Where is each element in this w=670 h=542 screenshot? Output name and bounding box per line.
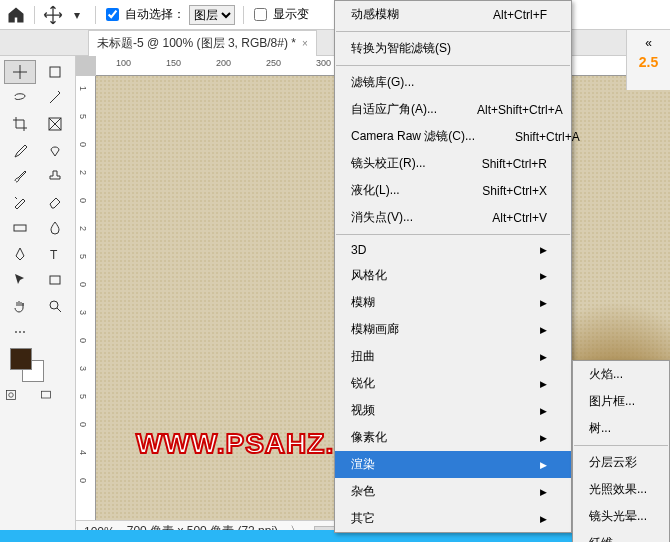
ruler-tick: 5: [78, 254, 88, 259]
menu-item-label: 扭曲: [351, 348, 375, 365]
menu-item[interactable]: 像素化▶: [335, 424, 571, 451]
menu-item[interactable]: 渲染▶: [335, 451, 571, 478]
menu-item[interactable]: 镜头校正(R)...Shift+Ctrl+R: [335, 150, 571, 177]
menu-item[interactable]: 其它▶: [335, 505, 571, 532]
auto-select-checkbox[interactable]: [106, 8, 119, 21]
svg-rect-2: [14, 225, 26, 231]
expand-icon[interactable]: «: [645, 36, 652, 50]
menu-item-label: 像素化: [351, 429, 387, 446]
menu-item[interactable]: 3D▶: [335, 238, 571, 262]
healing-tool[interactable]: [39, 138, 71, 162]
menu-item[interactable]: 扭曲▶: [335, 343, 571, 370]
tab-title: 未标题-5 @ 100% (图层 3, RGB/8#) *: [97, 35, 296, 52]
move-tool[interactable]: [4, 60, 36, 84]
submenu-arrow-icon: ▶: [540, 487, 547, 497]
menu-shortcut: Alt+Ctrl+V: [492, 211, 547, 225]
artboard-tool[interactable]: [39, 60, 71, 84]
menu-item[interactable]: Camera Raw 滤镜(C)...Shift+Ctrl+A: [335, 123, 571, 150]
menu-item[interactable]: 镜头光晕...: [573, 503, 669, 530]
wand-tool[interactable]: [39, 86, 71, 110]
lasso-tool[interactable]: [4, 86, 36, 110]
menu-item[interactable]: 风格化▶: [335, 262, 571, 289]
menu-item[interactable]: 自适应广角(A)...Alt+Shift+Ctrl+A: [335, 96, 571, 123]
svg-text:T: T: [50, 248, 58, 262]
eyedropper-tool[interactable]: [4, 138, 36, 162]
show-transform-checkbox[interactable]: [254, 8, 267, 21]
foreground-color[interactable]: [10, 348, 32, 370]
menu-item[interactable]: 光照效果...: [573, 476, 669, 503]
move-icon[interactable]: [43, 5, 63, 25]
menu-item[interactable]: 分层云彩: [573, 449, 669, 476]
menu-item[interactable]: 模糊画廊▶: [335, 316, 571, 343]
separator: [34, 6, 35, 24]
rectangle-tool[interactable]: [39, 268, 71, 292]
pen-tool[interactable]: [4, 242, 36, 266]
close-icon[interactable]: ×: [302, 38, 308, 49]
menu-item[interactable]: 液化(L)...Shift+Ctrl+X: [335, 177, 571, 204]
eraser-tool[interactable]: [39, 190, 71, 214]
ellipsis-icon[interactable]: ⋯: [4, 320, 36, 344]
menu-item-label: 动感模糊: [351, 6, 399, 23]
stamp-tool[interactable]: [39, 164, 71, 188]
ruler-tick: 200: [216, 58, 231, 68]
menu-item-label: 滤镜库(G)...: [351, 74, 414, 91]
document-tab[interactable]: 未标题-5 @ 100% (图层 3, RGB/8#) * ×: [88, 30, 317, 56]
ruler-tick: 5: [78, 394, 88, 399]
menu-item[interactable]: 转换为智能滤镜(S): [335, 35, 571, 62]
svg-rect-8: [41, 391, 50, 398]
render-submenu: 火焰...图片框...树...分层云彩光照效果...镜头光晕...纤维...云彩: [572, 360, 670, 542]
menu-item-label: 模糊画廊: [351, 321, 399, 338]
type-tool[interactable]: T: [39, 242, 71, 266]
menu-item-label: 树...: [589, 420, 611, 437]
path-select-tool[interactable]: [4, 268, 36, 292]
home-icon[interactable]: [6, 5, 26, 25]
menu-item-label: 镜头光晕...: [589, 508, 647, 525]
zoom-tool[interactable]: [39, 294, 71, 318]
submenu-arrow-icon: ▶: [540, 460, 547, 470]
ruler-tick: 3: [78, 366, 88, 371]
ruler-tick: 0: [78, 422, 88, 427]
menu-item-label: 液化(L)...: [351, 182, 400, 199]
menu-item[interactable]: 锐化▶: [335, 370, 571, 397]
menu-item[interactable]: 火焰...: [573, 361, 669, 388]
blur-tool[interactable]: [39, 216, 71, 240]
layer-select[interactable]: 图层: [189, 5, 235, 25]
menu-item[interactable]: 树...: [573, 415, 669, 442]
menu-item[interactable]: 视频▶: [335, 397, 571, 424]
menu-item-label: 转换为智能滤镜(S): [351, 40, 451, 57]
menu-item-label: 光照效果...: [589, 481, 647, 498]
submenu-arrow-icon: ▶: [540, 406, 547, 416]
menu-separator: [336, 234, 570, 235]
menu-item-label: 消失点(V)...: [351, 209, 413, 226]
gradient-tool[interactable]: [4, 216, 36, 240]
menu-item[interactable]: 消失点(V)...Alt+Ctrl+V: [335, 204, 571, 231]
menu-item-label: 自适应广角(A)...: [351, 101, 437, 118]
menu-item-label: 3D: [351, 243, 366, 257]
menu-item[interactable]: 模糊▶: [335, 289, 571, 316]
brush-tool[interactable]: [4, 164, 36, 188]
toolbox: T ⋯: [0, 56, 76, 542]
history-brush-tool[interactable]: [4, 190, 36, 214]
menu-item[interactable]: 图片框...: [573, 388, 669, 415]
color-swatches[interactable]: [4, 346, 71, 386]
screenmode-icon[interactable]: [39, 388, 53, 402]
submenu-arrow-icon: ▶: [540, 271, 547, 281]
crop-tool[interactable]: [4, 112, 36, 136]
hand-tool[interactable]: [4, 294, 36, 318]
dropdown-icon[interactable]: ▾: [67, 5, 87, 25]
ruler-tick: 0: [78, 282, 88, 287]
menu-item[interactable]: 纤维...: [573, 530, 669, 542]
menu-item[interactable]: 滤镜库(G)...: [335, 69, 571, 96]
ruler-tick: 0: [78, 338, 88, 343]
menu-item-label: 锐化: [351, 375, 375, 392]
frame-tool[interactable]: [39, 112, 71, 136]
edit-toolbar[interactable]: [39, 320, 71, 344]
menu-item[interactable]: 杂色▶: [335, 478, 571, 505]
vertical-ruler[interactable]: 150202503035040: [76, 76, 96, 520]
separator: [243, 6, 244, 24]
quickmask-icon[interactable]: [4, 388, 18, 402]
submenu-arrow-icon: ▶: [540, 298, 547, 308]
menu-item[interactable]: 动感模糊Alt+Ctrl+F: [335, 1, 571, 28]
menu-item-label: 分层云彩: [589, 454, 637, 471]
menu-item-label: 纤维...: [589, 535, 623, 542]
